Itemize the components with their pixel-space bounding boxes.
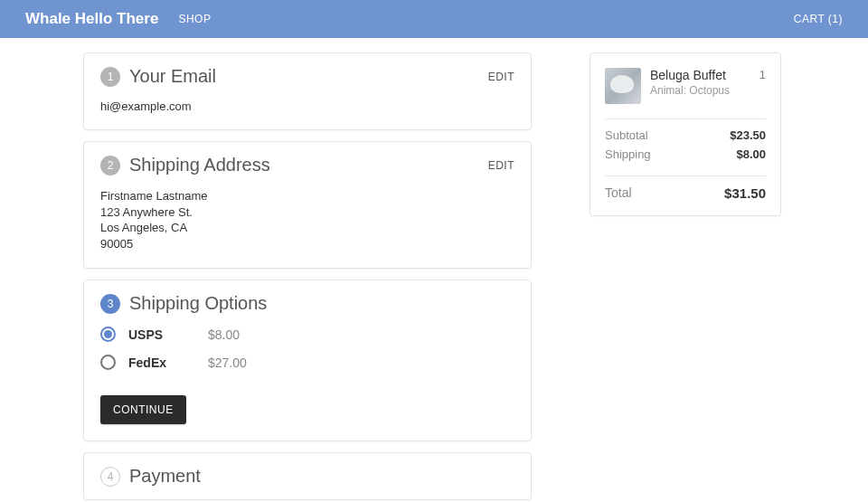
shipping-row: Shipping $8.00	[605, 147, 766, 161]
step-address-header: 2 Shipping Address EDIT	[100, 155, 514, 175]
checkout-container: 1 Your Email EDIT hi@example.com 2 Shipp…	[0, 38, 868, 502]
step-number-badge: 4	[100, 467, 120, 487]
product-thumbnail	[605, 68, 641, 104]
radio-unselected-icon	[100, 355, 116, 370]
step-title: Payment	[129, 466, 514, 487]
shipping-value: $8.00	[736, 147, 766, 161]
step-title: Shipping Address	[129, 155, 488, 175]
product-name: Beluga Buffet	[650, 68, 750, 82]
step-shipping-card: 3 Shipping Options USPS $8.00 FedEx $27.…	[83, 279, 532, 441]
brand-logo[interactable]: Whale Hello There	[25, 10, 158, 28]
divider	[605, 175, 766, 176]
site-header: Whale Hello There SHOP CART (1)	[0, 0, 868, 38]
subtotal-row: Subtotal $23.50	[605, 128, 766, 142]
step-number-badge: 2	[100, 156, 120, 175]
step-number-badge: 1	[100, 67, 120, 87]
nav-shop[interactable]: SHOP	[178, 13, 211, 25]
address-street: 123 Anywhere St.	[100, 204, 514, 221]
subtotal-label: Subtotal	[605, 128, 648, 142]
step-address-card: 2 Shipping Address EDIT Firstname Lastna…	[83, 141, 532, 269]
order-summary: Beluga Buffet Animal: Octopus 1 Subtotal…	[590, 52, 781, 502]
divider	[605, 118, 766, 119]
shipping-option-usps[interactable]: USPS $8.00	[100, 327, 514, 342]
cart-item-row: Beluga Buffet Animal: Octopus 1	[605, 68, 766, 104]
subtotal-value: $23.50	[730, 128, 766, 142]
address-block: Firstname Lastname 123 Anywhere St. Los …	[100, 188, 514, 251]
option-price: $27.00	[208, 355, 247, 370]
address-name: Firstname Lastname	[100, 188, 514, 204]
address-city: Los Angeles, CA	[100, 220, 514, 236]
total-row: Total $31.50	[605, 185, 766, 201]
shipping-label: Shipping	[605, 147, 651, 161]
step-title: Your Email	[129, 66, 488, 87]
step-payment-card: 4 Payment	[83, 452, 532, 500]
address-zip: 90005	[100, 236, 514, 252]
checkout-steps: 1 Your Email EDIT hi@example.com 2 Shipp…	[83, 52, 532, 502]
summary-card: Beluga Buffet Animal: Octopus 1 Subtotal…	[590, 52, 781, 216]
nav-cart[interactable]: CART (1)	[794, 13, 843, 25]
option-name: USPS	[128, 327, 208, 342]
edit-email-button[interactable]: EDIT	[488, 71, 514, 83]
total-label: Total	[605, 185, 632, 201]
product-subtitle: Animal: Octopus	[650, 84, 750, 97]
option-name: FedEx	[128, 355, 208, 370]
option-price: $8.00	[208, 327, 240, 342]
step-shipping-header: 3 Shipping Options	[100, 293, 514, 314]
radio-selected-icon	[100, 327, 116, 342]
continue-button[interactable]: CONTINUE	[100, 395, 186, 424]
product-quantity: 1	[760, 68, 766, 104]
step-payment-header: 4 Payment	[100, 466, 514, 487]
step-email-card: 1 Your Email EDIT hi@example.com	[83, 52, 532, 130]
email-value: hi@example.com	[100, 99, 514, 113]
step-title: Shipping Options	[129, 293, 514, 314]
step-number-badge: 3	[100, 294, 120, 314]
edit-address-button[interactable]: EDIT	[488, 159, 514, 172]
shipping-option-fedex[interactable]: FedEx $27.00	[100, 355, 514, 370]
step-email-header: 1 Your Email EDIT	[100, 66, 514, 87]
total-value: $31.50	[724, 185, 766, 201]
